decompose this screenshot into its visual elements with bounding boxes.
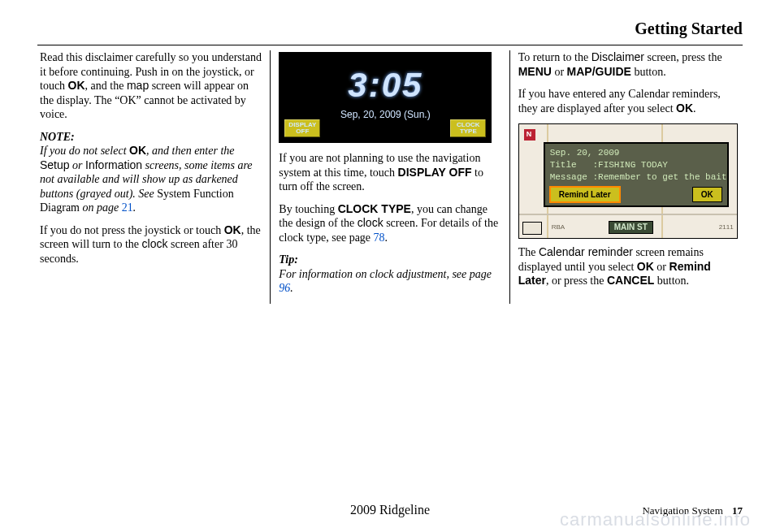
setup-label: Setup — [40, 158, 70, 171]
note-block: NOTE: If you do not select OK, and then … — [40, 130, 262, 215]
clock-timeout-paragraph: If you do not press the joystick or touc… — [40, 223, 262, 266]
display-off-label: DISPLAY OFF — [398, 166, 472, 179]
label: TYPE — [450, 128, 486, 135]
calendar-reminder-label: Calendar reminder — [539, 245, 633, 258]
ok-label: OK — [676, 102, 693, 115]
map-label: map — [127, 79, 149, 92]
reminder-date: Sep. 20, 2009 — [550, 147, 722, 159]
text: By touching — [279, 203, 337, 215]
map-label-num: 2111 — [719, 223, 734, 231]
north-icon — [524, 129, 535, 141]
display-off-button[interactable]: DISPLAY OFF — [284, 119, 321, 138]
text: . — [693, 102, 696, 115]
calendar-reminder-paragraph: The Calendar reminder screen remains dis… — [518, 245, 740, 288]
disclaimer-label: Disclaimer — [592, 50, 644, 63]
manual-page: Getting Started Read this disclaimer car… — [0, 0, 780, 532]
text: button. — [631, 66, 666, 78]
reminder-popup: Sep. 20, 2009 Title :FISHING TODAY Messa… — [544, 142, 729, 207]
column-2: 3:05 Sep, 20, 2009 (Sun.) DISPLAY OFF CL… — [270, 50, 509, 304]
text: . — [133, 201, 136, 214]
text: screen, press the — [644, 51, 722, 63]
text: , and the — [85, 80, 127, 92]
map-label-rba: RBA — [552, 223, 565, 231]
main-st-label: MAIN ST — [609, 221, 653, 235]
text: or — [654, 261, 670, 273]
clock-label: clock — [142, 237, 168, 250]
calendar-after-ok-paragraph: If you have entered any Calendar reminde… — [518, 87, 740, 115]
ok-label: OK — [129, 144, 146, 157]
reminder-title: Title :FISHING TODAY — [550, 159, 722, 171]
page-ref-96[interactable]: 96 — [279, 282, 290, 294]
note-heading: NOTE: — [40, 131, 75, 143]
clock-type-label: CLOCK TYPE — [338, 202, 411, 215]
text: or — [552, 66, 567, 78]
text: or — [70, 159, 85, 171]
information-label: Information — [85, 158, 142, 171]
footer-section: Navigation System — [642, 504, 722, 517]
text: For information on clock adjustment, see… — [279, 268, 492, 280]
header-rule — [37, 45, 743, 45]
text: The — [518, 246, 539, 258]
text: on page — [80, 201, 122, 214]
text: . — [290, 282, 293, 294]
clock-display: 3:05 Sep, 20, 2009 (Sun.) DISPLAY OFF CL… — [280, 53, 491, 142]
remind-later-button[interactable]: Remind Later — [550, 187, 620, 203]
map-line — [519, 214, 737, 215]
display-off-paragraph: If you are not planning to use the navig… — [279, 151, 500, 194]
text: , and then enter the — [146, 145, 234, 157]
clock-label: clock — [358, 216, 384, 229]
text: To return to the — [518, 51, 592, 63]
column-1: Read this disclaimer carefully so you un… — [37, 50, 270, 304]
column-3: To return to the Disclaimer screen, pres… — [509, 50, 743, 304]
scale-icon — [522, 222, 542, 235]
clock-screenshot: 3:05 Sep, 20, 2009 (Sun.) DISPLAY OFF CL… — [279, 52, 492, 143]
clock-type-button[interactable]: CLOCK TYPE — [449, 119, 487, 138]
text: If you do not select — [40, 145, 129, 157]
reminder-ok-button[interactable]: OK — [692, 187, 722, 203]
return-disclaimer-paragraph: To return to the Disclaimer screen, pres… — [518, 50, 740, 79]
page-title: Getting Started — [37, 19, 743, 38]
page-number: 17 — [732, 504, 743, 517]
ok-label: OK — [224, 223, 241, 236]
footer-right: Navigation System 17 — [642, 504, 743, 517]
menu-label: MENU — [518, 65, 552, 78]
clock-type-paragraph: By touching CLOCK TYPE, you can change t… — [279, 202, 500, 245]
tip-block: Tip: For information on clock adjustment… — [279, 253, 500, 296]
map-guide-label: MAP/GUIDE — [567, 65, 631, 78]
cancel-label: CANCEL — [607, 274, 654, 287]
page-ref-21[interactable]: 21 — [122, 201, 133, 214]
reminder-message: Message :Remember to get the bait — [550, 171, 722, 184]
label: OFF — [284, 128, 320, 135]
text: button. — [654, 275, 689, 287]
clock-time: 3:05 — [280, 53, 491, 107]
page-ref-78[interactable]: 78 — [374, 231, 385, 244]
text: , or press the — [546, 275, 607, 287]
disclaimer-paragraph: Read this disclaimer carefully so you un… — [40, 50, 262, 122]
text: If you do not press the joystick or touc… — [40, 224, 224, 236]
calendar-reminder-screenshot: ST Sep. 20, 2009 Title :FISHING TODAY Me… — [518, 123, 738, 239]
text: . — [385, 231, 388, 244]
ok-label: OK — [637, 260, 654, 273]
tip-heading: Tip: — [279, 253, 298, 266]
content-columns: Read this disclaimer carefully so you un… — [37, 50, 743, 304]
ok-label: OK — [68, 79, 85, 92]
